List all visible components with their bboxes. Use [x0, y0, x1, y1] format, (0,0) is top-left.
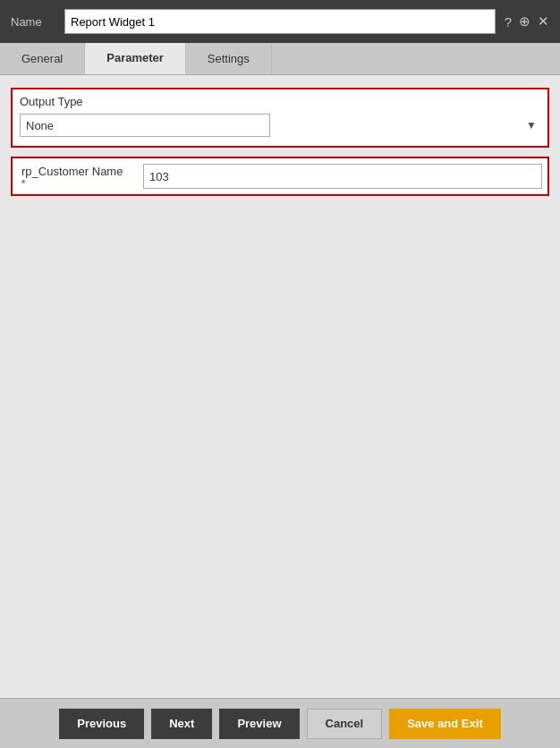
dropdown-arrow-icon: ▼	[526, 119, 537, 132]
header: Name ? ⊕ ✕	[0, 0, 560, 43]
param-label-area: rp_Customer Name *	[13, 158, 138, 194]
param-input-area	[138, 158, 547, 194]
param-name-label: rp_Customer Name	[21, 165, 129, 178]
output-type-dropdown-wrapper: None ▼	[20, 114, 540, 137]
header-icons: ? ⊕ ✕	[505, 13, 549, 30]
tab-general[interactable]: General	[0, 43, 85, 74]
content-area: Output Type None ▼ rp_Customer Name *	[0, 75, 560, 698]
preview-button[interactable]: Preview	[219, 709, 299, 739]
save-exit-button[interactable]: Save and Exit	[389, 709, 501, 739]
param-value-input[interactable]	[143, 164, 542, 189]
next-button[interactable]: Next	[151, 709, 212, 739]
help-icon[interactable]: ?	[505, 14, 512, 30]
tab-settings[interactable]: Settings	[186, 43, 272, 74]
tabs-bar: General Parameter Settings	[0, 43, 560, 75]
output-type-section: Output Type None ▼	[11, 88, 549, 148]
name-label: Name	[11, 15, 55, 29]
previous-button[interactable]: Previous	[59, 709, 144, 739]
name-input[interactable]	[64, 9, 496, 34]
move-icon[interactable]: ⊕	[519, 13, 530, 30]
param-required-marker: *	[21, 178, 129, 189]
cancel-button[interactable]: Cancel	[307, 709, 383, 739]
dialog-container: Name ? ⊕ ✕ General Parameter Settings Ou…	[0, 0, 560, 748]
footer: Previous Next Preview Cancel Save and Ex…	[0, 698, 560, 748]
output-type-label: Output Type	[20, 95, 540, 108]
close-icon[interactable]: ✕	[538, 13, 549, 30]
tab-parameter[interactable]: Parameter	[85, 43, 186, 74]
output-type-select[interactable]: None	[20, 114, 270, 137]
parameter-box: rp_Customer Name *	[11, 157, 549, 196]
